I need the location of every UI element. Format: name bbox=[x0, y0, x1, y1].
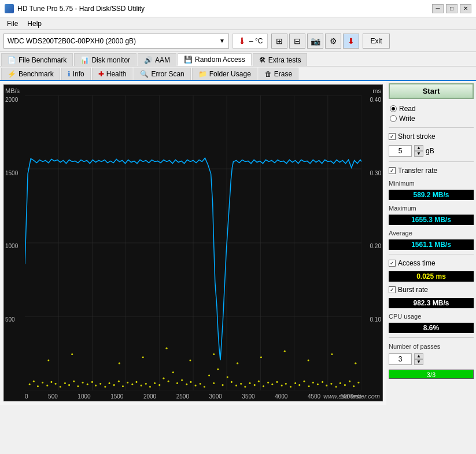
svg-point-96 bbox=[237, 363, 238, 364]
y-axis-left-label: MB/s bbox=[5, 87, 20, 94]
svg-point-41 bbox=[145, 383, 147, 385]
menu-help[interactable]: Help bbox=[23, 19, 46, 29]
divider1 bbox=[389, 127, 474, 128]
svg-point-34 bbox=[113, 384, 115, 386]
svg-point-25 bbox=[73, 381, 75, 382]
tab-random-access[interactable]: 💾 Random Access bbox=[178, 53, 252, 66]
drive-label: WDC WDS200T2B0C-00PXH0 (2000 gB) bbox=[8, 37, 136, 45]
svg-point-70 bbox=[276, 381, 278, 383]
tab-benchmark[interactable]: ⚡ Benchmark bbox=[1, 68, 60, 80]
maximum-label: Maximum bbox=[389, 205, 474, 212]
tab-disk-monitor[interactable]: 📊 Disk monitor bbox=[74, 53, 136, 66]
camera-icon[interactable]: 📷 bbox=[307, 34, 323, 49]
passes-up-button[interactable]: ▲ bbox=[414, 353, 423, 359]
tab-error-scan[interactable]: 🔍 Error Scan bbox=[134, 68, 190, 80]
tab-folder-usage-label: Folder Usage bbox=[209, 70, 251, 78]
tab-folder-usage[interactable]: 📁 Folder Usage bbox=[192, 68, 257, 80]
minimize-button[interactable]: ─ bbox=[432, 4, 444, 13]
svg-point-55 bbox=[208, 374, 210, 376]
burst-rate-row: ✓ Burst rate bbox=[389, 285, 474, 295]
svg-point-26 bbox=[77, 385, 79, 387]
svg-point-99 bbox=[308, 359, 309, 361]
transfer-rate-checkbox[interactable]: ✓ bbox=[389, 167, 396, 174]
svg-point-18 bbox=[42, 382, 43, 383]
exit-button[interactable]: Exit bbox=[363, 34, 389, 49]
divider4 bbox=[389, 337, 474, 338]
cpu-usage-value: 8.6% bbox=[389, 323, 474, 333]
tab-erase[interactable]: 🗑 Erase bbox=[259, 68, 298, 80]
x-axis-values: 0 500 1000 1500 2000 2500 3000 3500 4000… bbox=[25, 393, 361, 400]
svg-point-51 bbox=[190, 381, 191, 383]
tab-health[interactable]: ✚ Health bbox=[92, 68, 133, 80]
tab-disk-monitor-label: Disk monitor bbox=[91, 56, 130, 64]
x-500: 500 bbox=[48, 393, 58, 400]
svg-point-54 bbox=[204, 386, 205, 387]
temperature-value: – °C bbox=[249, 37, 263, 45]
divider2 bbox=[389, 161, 474, 162]
burst-rate-label: Burst rate bbox=[398, 286, 428, 294]
x-4500: 4500 bbox=[308, 393, 320, 400]
copy-icon[interactable]: ⊞ bbox=[271, 34, 287, 49]
svg-point-44 bbox=[158, 384, 160, 386]
write-radio[interactable] bbox=[390, 115, 397, 122]
error-scan-icon: 🔍 bbox=[140, 70, 149, 78]
svg-point-21 bbox=[55, 383, 57, 385]
svg-point-68 bbox=[267, 382, 269, 383]
short-stroke-checkbox[interactable]: ✓ bbox=[389, 133, 396, 140]
maximize-button[interactable]: □ bbox=[446, 4, 457, 13]
drive-selector[interactable]: WDC WDS200T2B0C-00PXH0 (2000 gB) ▼ bbox=[3, 34, 229, 49]
tab-error-scan-label: Error Scan bbox=[151, 70, 184, 78]
short-stroke-input[interactable]: 5 bbox=[389, 145, 412, 157]
tab-file-benchmark[interactable]: 📄 File Benchmark bbox=[1, 53, 73, 66]
divider3 bbox=[389, 254, 474, 254]
menubar: File Help bbox=[0, 17, 476, 30]
access-time-value: 0.025 ms bbox=[389, 271, 474, 282]
svg-point-73 bbox=[290, 386, 291, 387]
transfer-rate-label: Transfer rate bbox=[398, 167, 437, 175]
settings-icon[interactable]: ⚙ bbox=[325, 34, 341, 49]
progress-container: 3/3 bbox=[389, 368, 474, 378]
y-right-030: 0.30 bbox=[361, 170, 381, 176]
paste-icon[interactable]: ⊟ bbox=[289, 34, 305, 49]
short-stroke-down-button[interactable]: ▼ bbox=[414, 151, 423, 157]
short-stroke-row: ✓ Short stroke bbox=[389, 131, 474, 142]
short-stroke-up-button[interactable]: ▲ bbox=[414, 145, 423, 151]
short-stroke-unit: gB bbox=[426, 147, 434, 155]
svg-point-50 bbox=[186, 383, 187, 385]
window-controls: ─ □ ✕ bbox=[432, 4, 471, 13]
start-button[interactable]: Start bbox=[389, 83, 474, 99]
svg-point-45 bbox=[163, 378, 164, 379]
svg-point-61 bbox=[235, 385, 237, 386]
tab-aam[interactable]: 🔊 AAM bbox=[138, 53, 176, 66]
svg-point-76 bbox=[303, 381, 305, 382]
svg-point-98 bbox=[284, 350, 286, 352]
passes-down-button[interactable]: ▼ bbox=[414, 359, 423, 365]
tab-extra-tests[interactable]: 🛠 Extra tests bbox=[253, 53, 308, 66]
menu-file[interactable]: File bbox=[2, 19, 23, 29]
svg-point-42 bbox=[149, 386, 151, 387]
svg-point-88 bbox=[357, 382, 359, 383]
svg-point-93 bbox=[166, 348, 168, 349]
svg-point-46 bbox=[168, 381, 169, 382]
tab-info[interactable]: ℹ Info bbox=[61, 68, 91, 80]
read-radio[interactable] bbox=[390, 105, 397, 112]
svg-point-79 bbox=[317, 383, 319, 385]
tab-aam-label: AAM bbox=[155, 56, 170, 64]
passes-input[interactable] bbox=[389, 353, 412, 365]
svg-point-15 bbox=[29, 383, 31, 385]
tab-extra-tests-label: Extra tests bbox=[268, 56, 301, 64]
close-button[interactable]: ✕ bbox=[460, 4, 471, 13]
x-4000: 4000 bbox=[275, 393, 287, 400]
passes-spinner-row: ▲ ▼ bbox=[389, 353, 474, 365]
y-right-010: 0.10 bbox=[361, 316, 381, 323]
burst-rate-checkbox[interactable]: ✓ bbox=[389, 286, 396, 293]
average-label: Average bbox=[389, 230, 474, 237]
svg-point-59 bbox=[227, 377, 228, 378]
access-time-checkbox[interactable]: ✓ bbox=[389, 260, 396, 267]
folder-usage-icon: 📁 bbox=[198, 70, 207, 78]
svg-point-74 bbox=[294, 382, 296, 384]
svg-point-86 bbox=[349, 381, 350, 382]
download-icon[interactable]: ⬇ bbox=[343, 34, 359, 49]
svg-point-39 bbox=[135, 381, 137, 383]
y-right-020: 0.20 bbox=[361, 243, 381, 249]
